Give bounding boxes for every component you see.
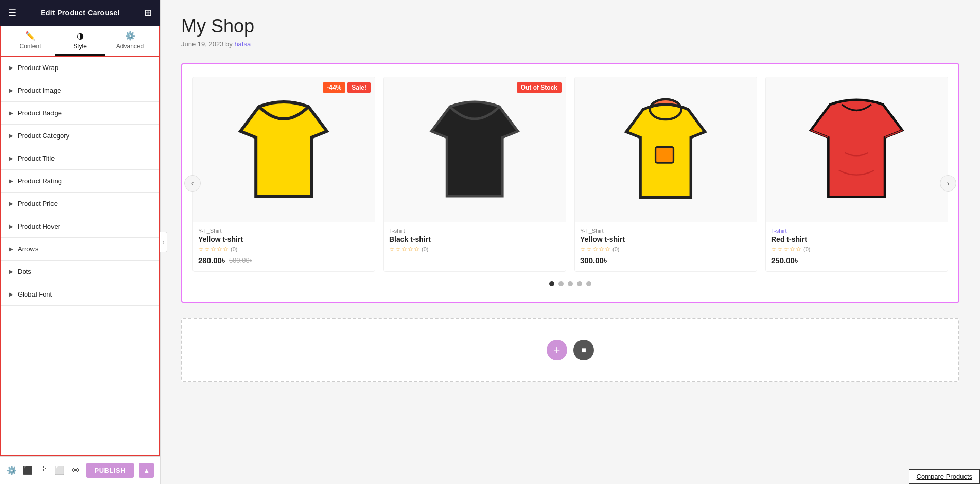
- style-tab-icon: ◑: [77, 31, 84, 41]
- responsive-icon[interactable]: ⬜: [54, 463, 65, 478]
- add-section-button[interactable]: +: [547, 340, 567, 360]
- publish-button[interactable]: PUBLISH: [86, 463, 134, 478]
- chevron-icon-product-wrap: ▶: [9, 65, 13, 71]
- product-rating-4: ☆☆☆☆☆ (0): [771, 246, 942, 253]
- product-title-1[interactable]: Yellow t-shirt: [198, 235, 370, 244]
- discount-badge-1: -44%: [323, 82, 345, 93]
- out-of-stock-badge-2: Out of Stock: [517, 82, 562, 93]
- carousel-dot-1[interactable]: [549, 281, 554, 286]
- carousel-dot-2[interactable]: [558, 281, 564, 286]
- product-category-2: T-shirt: [389, 228, 561, 234]
- product-title-3[interactable]: Yellow t-shirt: [580, 235, 751, 244]
- product-image-wrap-4: [766, 77, 948, 222]
- product-image-wrap-1: -44% Sale!: [193, 77, 375, 222]
- carousel-dots: [192, 281, 948, 286]
- accordion-label-product-badge: Product Badge: [18, 109, 62, 117]
- product-price-1: 280.00৳ 500.00৳: [198, 256, 370, 265]
- accordion-label-product-rating: Product Rating: [18, 177, 62, 185]
- page-title: My Shop: [181, 15, 959, 37]
- accordion-dots: ▶ Dots: [1, 261, 159, 283]
- tab-content[interactable]: ✏️ Content: [5, 26, 55, 56]
- carousel-next-button[interactable]: ›: [940, 175, 956, 192]
- product-category-1: Y-T_Shirt: [198, 228, 370, 234]
- accordion-header-product-hover[interactable]: ▶ Product Hover: [1, 215, 159, 237]
- tab-style[interactable]: ◑ Style: [55, 26, 105, 56]
- accordion-header-product-title[interactable]: ▶ Product Title: [1, 147, 159, 169]
- accordion-product-wrap: ▶ Product Wrap: [1, 57, 159, 79]
- add-section-area: + ■: [181, 318, 959, 382]
- accordion-header-product-wrap[interactable]: ▶ Product Wrap: [1, 57, 159, 79]
- tab-advanced-label: Advanced: [116, 43, 144, 50]
- product-rating-3: ☆☆☆☆☆ (0): [580, 246, 751, 253]
- accordion-header-product-image[interactable]: ▶ Product Image: [1, 79, 159, 101]
- product-image-wrap-2: Out of Stock: [384, 77, 566, 222]
- tabs-bar: ✏️ Content ◑ Style ⚙️ Advanced: [0, 26, 160, 57]
- settings-icon[interactable]: ⚙️: [6, 463, 17, 478]
- collapse-handle[interactable]: ‹: [160, 232, 167, 252]
- chevron-icon-product-price: ▶: [9, 201, 13, 206]
- rating-count-3: (0): [612, 246, 619, 252]
- carousel-dot-5[interactable]: [586, 281, 591, 286]
- accordion-label-arrows: Arrows: [18, 245, 38, 253]
- accordion-label-global-font: Global Font: [18, 290, 52, 298]
- product-card-4: T-shirt Red t-shirt ☆☆☆☆☆ (0) 250.00৳: [765, 77, 948, 272]
- product-category-3: Y-T_Shirt: [580, 228, 751, 234]
- accordion-arrows: ▶ Arrows: [1, 238, 159, 261]
- author-link[interactable]: hafsa: [234, 40, 251, 48]
- accordion-global-font: ▶ Global Font: [1, 283, 159, 306]
- product-card-1: -44% Sale! Y-T_Shirt Yellow t-shirt ☆☆☆☆…: [192, 77, 375, 272]
- chevron-icon-global-font: ▶: [9, 291, 13, 297]
- accordion-header-product-category[interactable]: ▶ Product Category: [1, 125, 159, 147]
- accordion-header-arrows[interactable]: ▶ Arrows: [1, 238, 159, 260]
- advanced-tab-icon: ⚙️: [125, 31, 135, 41]
- stop-button[interactable]: ■: [573, 340, 594, 360]
- accordion-header-product-badge[interactable]: ▶ Product Badge: [1, 102, 159, 124]
- product-price-4: 250.00৳: [771, 256, 942, 265]
- tab-content-label: Content: [19, 43, 41, 50]
- preview-icon[interactable]: 👁: [70, 463, 81, 478]
- compare-products-bar[interactable]: Compare Products: [909, 469, 980, 484]
- carousel-dot-3[interactable]: [568, 281, 573, 286]
- product-category-4: T-shirt: [771, 228, 942, 234]
- stars-1: ☆☆☆☆☆: [198, 246, 229, 253]
- rating-count-1: (0): [231, 246, 237, 252]
- product-info-4: T-shirt Red t-shirt ☆☆☆☆☆ (0) 250.00৳: [766, 222, 948, 271]
- accordion-product-badge: ▶ Product Badge: [1, 102, 159, 125]
- history-icon[interactable]: ⏱: [38, 463, 49, 478]
- page-meta: June 19, 2023 by hafsa: [181, 40, 959, 48]
- hamburger-icon[interactable]: ☰: [8, 7, 16, 19]
- accordion-header-dots[interactable]: ▶ Dots: [1, 261, 159, 283]
- grid-icon[interactable]: ⊞: [144, 7, 152, 19]
- accordion-header-product-rating[interactable]: ▶ Product Rating: [1, 170, 159, 192]
- product-title-4[interactable]: Red t-shirt: [771, 235, 942, 244]
- product-card-2: Out of Stock T-shirt Black t-shirt ☆☆☆☆☆…: [383, 77, 566, 272]
- carousel-prev-button[interactable]: ‹: [184, 175, 201, 192]
- stop-icon: ■: [581, 345, 586, 355]
- product-title-2[interactable]: Black t-shirt: [389, 235, 561, 244]
- product-info-1: Y-T_Shirt Yellow t-shirt ☆☆☆☆☆ (0) 280.0…: [193, 222, 375, 271]
- accordion-label-product-price: Product Price: [18, 200, 58, 208]
- tab-advanced[interactable]: ⚙️ Advanced: [105, 26, 155, 56]
- carousel-dot-4[interactable]: [577, 281, 582, 286]
- chevron-icon-product-badge: ▶: [9, 110, 13, 116]
- product-info-3: Y-T_Shirt Yellow t-shirt ☆☆☆☆☆ (0) 300.0…: [575, 222, 757, 271]
- right-area: My Shop June 19, 2023 by hafsa ‹ -44%: [161, 0, 980, 484]
- rating-count-2: (0): [422, 246, 428, 252]
- compare-products-label: Compare Products: [917, 473, 972, 480]
- stars-4: ☆☆☆☆☆: [771, 246, 802, 253]
- add-icon: +: [554, 343, 561, 357]
- accordion-header-product-price[interactable]: ▶ Product Price: [1, 193, 159, 215]
- accordion-header-global-font[interactable]: ▶ Global Font: [1, 283, 159, 305]
- accordion-label-product-category: Product Category: [18, 132, 69, 140]
- chevron-icon-product-category: ▶: [9, 133, 13, 139]
- tab-style-label: Style: [73, 43, 87, 50]
- accordion-container: ▶ Product Wrap ▶ Product Image ▶ Product…: [0, 57, 160, 456]
- product-card-3: Y-T_Shirt Yellow t-shirt ☆☆☆☆☆ (0) 300.0…: [574, 77, 757, 272]
- page-date: June 19, 2023 by: [181, 40, 233, 48]
- chevron-icon-product-title: ▶: [9, 155, 13, 161]
- panel-title: Edit Product Carousel: [41, 9, 119, 17]
- product-image-4: [766, 77, 948, 222]
- publish-expand-button[interactable]: ▲: [139, 463, 154, 478]
- chevron-icon-dots: ▶: [9, 269, 13, 274]
- layers-icon[interactable]: ⬛: [22, 463, 33, 478]
